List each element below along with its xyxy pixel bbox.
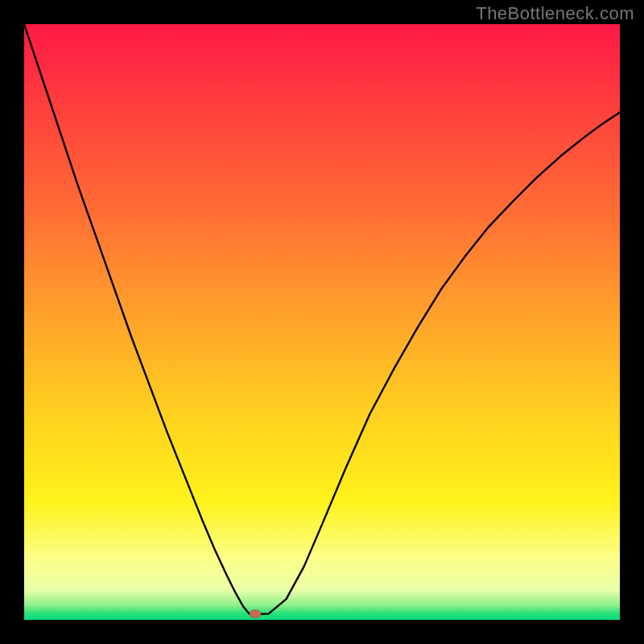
plot-svg <box>24 24 620 620</box>
plot-area <box>24 24 620 620</box>
optimal-marker <box>250 610 261 618</box>
chart-frame: TheBottleneck.com <box>0 0 644 644</box>
watermark-text: TheBottleneck.com <box>476 3 634 24</box>
bottleneck-curve <box>24 24 620 614</box>
